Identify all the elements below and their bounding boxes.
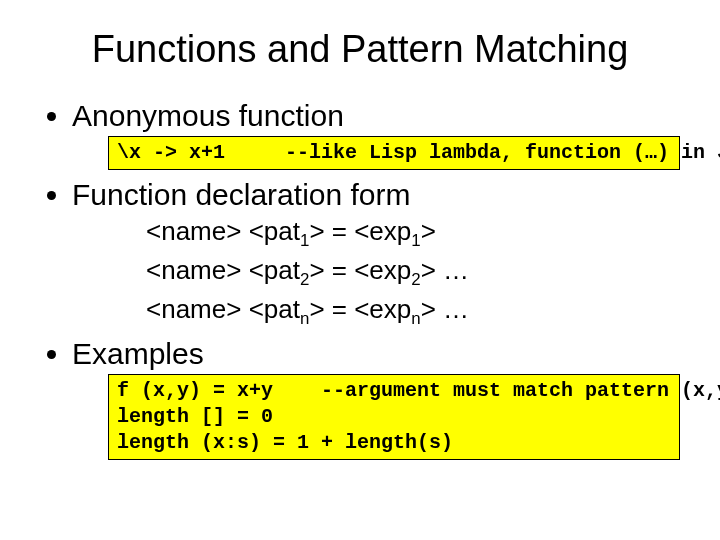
code-examples: f (x,y) = x+y --argument must match patt… [108,374,680,460]
bullet-anonymous-function: Anonymous function \x -> x+1 --like Lisp… [72,99,680,170]
bullet-label: Examples [72,337,204,370]
slide-title: Functions and Pattern Matching [40,28,680,71]
bullet-function-declaration: Function declaration form <name> <pat1> … [72,178,680,331]
syntax-line: <name> <pat2> = <exp2> … [146,253,680,292]
syntax-line: <name> <patn> = <expn> … [146,292,680,331]
bullet-list: Anonymous function \x -> x+1 --like Lisp… [40,99,680,460]
bullet-examples: Examples f (x,y) = x+y --argument must m… [72,337,680,460]
slide: Functions and Pattern Matching Anonymous… [0,0,720,540]
code-anonymous: \x -> x+1 --like Lisp lambda, function (… [108,136,680,170]
bullet-label: Anonymous function [72,99,344,132]
bullet-label: Function declaration form [72,178,411,211]
syntax-block: <name> <pat1> = <exp1> <name> <pat2> = <… [146,214,680,331]
syntax-line: <name> <pat1> = <exp1> [146,214,680,253]
